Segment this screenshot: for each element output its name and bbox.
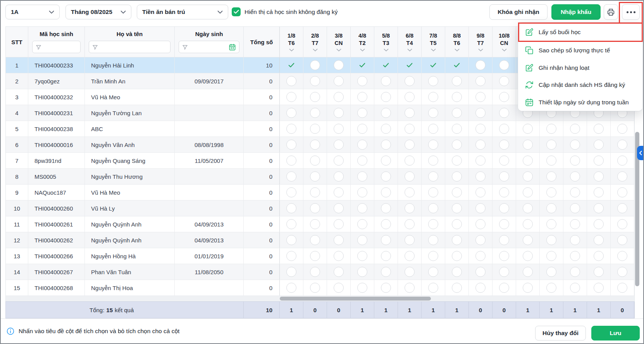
attendance-cell-4-5-8[interactable] — [374, 105, 398, 121]
attendance-cell-3-3-8[interactable] — [327, 89, 351, 105]
attendance-cell-4-4-8[interactable] — [351, 105, 374, 121]
attendance-cell-3-10-8[interactable] — [492, 89, 516, 105]
attendance-cell-12-9-8[interactable] — [469, 232, 492, 248]
attendance-cell-1-4-8[interactable] — [351, 57, 374, 73]
attendance-cell-13-8-8[interactable] — [445, 248, 469, 264]
attendance-cell-7-6-8[interactable] — [398, 153, 422, 168]
attendance-cell-6-12-8[interactable] — [540, 137, 563, 152]
attendance-cell-7-12-8[interactable] — [540, 153, 563, 168]
attendance-cell-12-7-8[interactable] — [422, 232, 445, 248]
attendance-cell-5-7-8[interactable] — [422, 121, 445, 137]
attendance-cell-7-4-8[interactable] — [351, 153, 374, 168]
menu-item-1[interactable]: Sao chép số lượng thực tế — [518, 42, 642, 59]
attendance-cell-4-2-8[interactable] — [303, 105, 327, 121]
attendance-cell-12-6-8[interactable] — [398, 232, 422, 248]
attendance-cell-12-10-8[interactable] — [492, 232, 516, 248]
attendance-cell-7-14-8[interactable] — [587, 153, 611, 168]
attendance-cell-12-5-8[interactable] — [374, 232, 398, 248]
more-actions-button[interactable] — [622, 4, 640, 20]
attendance-cell-6-6-8[interactable] — [398, 137, 422, 152]
attendance-cell-2-1-8[interactable] — [280, 73, 303, 89]
attendance-cell-9-2-8[interactable] — [303, 185, 327, 200]
attendance-cell-13-5-8[interactable] — [374, 248, 398, 264]
attendance-cell-13-3-8[interactable] — [327, 248, 351, 264]
attendance-cell-14-5-8[interactable] — [374, 264, 398, 280]
attendance-cell-6-4-8[interactable] — [351, 137, 374, 152]
attendance-cell-10-13-8[interactable] — [563, 201, 587, 216]
attendance-cell-11-2-8[interactable] — [303, 216, 327, 232]
attendance-cell-1-3-8[interactable] — [327, 57, 351, 73]
attendance-cell-2-9-8[interactable] — [469, 73, 492, 89]
attendance-cell-13-7-8[interactable] — [422, 248, 445, 264]
attendance-cell-15-6-8[interactable] — [398, 280, 422, 296]
attendance-cell-15-5-8[interactable] — [374, 280, 398, 296]
attendance-cell-7-7-8[interactable] — [422, 153, 445, 168]
date-column-header-9-8[interactable]: 9/8T7 — [469, 27, 492, 57]
attendance-cell-8-14-8[interactable] — [587, 169, 611, 184]
attendance-cell-9-11-8[interactable] — [516, 185, 540, 200]
attendance-cell-6-11-8[interactable] — [516, 137, 540, 152]
attendance-cell-9-8-8[interactable] — [445, 185, 469, 200]
attendance-cell-8-5-8[interactable] — [374, 169, 398, 184]
attendance-cell-1-6-8[interactable] — [398, 57, 422, 73]
attendance-cell-6-2-8[interactable] — [303, 137, 327, 152]
attendance-cell-4-7-8[interactable] — [422, 105, 445, 121]
attendance-cell-1-9-8[interactable] — [469, 57, 492, 73]
attendance-cell-15-2-8[interactable] — [303, 280, 327, 296]
birth-date-filter-input[interactable] — [190, 44, 226, 50]
attendance-cell-10-1-8[interactable] — [280, 201, 303, 216]
attendance-cell-7-5-8[interactable] — [374, 153, 398, 168]
fee-type-select[interactable]: Tiền ăn bán trú — [137, 5, 228, 19]
attendance-cell-7-2-8[interactable] — [303, 153, 327, 168]
attendance-cell-15-12-8[interactable] — [540, 280, 563, 296]
attendance-cell-5-4-8[interactable] — [351, 121, 374, 137]
attendance-cell-7-1-8[interactable] — [280, 153, 303, 168]
attendance-cell-1-8-8[interactable] — [445, 57, 469, 73]
attendance-cell-6-1-8[interactable] — [280, 137, 303, 152]
menu-item-0[interactable]: Lấy số buổi học — [518, 22, 642, 42]
attendance-cell-1-7-8[interactable] — [422, 57, 445, 73]
attendance-cell-8-3-8[interactable] — [327, 169, 351, 184]
attendance-cell-6-13-8[interactable] — [563, 137, 587, 152]
cancel-changes-button[interactable]: Hủy thay đổi — [535, 326, 586, 341]
attendance-cell-13-9-8[interactable] — [469, 248, 492, 264]
menu-item-2[interactable]: Ghi nhận hàng loạt — [518, 59, 642, 77]
attendance-cell-9-7-8[interactable] — [422, 185, 445, 200]
attendance-cell-5-3-8[interactable] — [327, 121, 351, 137]
attendance-cell-15-14-8[interactable] — [587, 280, 611, 296]
attendance-cell-3-6-8[interactable] — [398, 89, 422, 105]
attendance-cell-14-12-8[interactable] — [540, 264, 563, 280]
attendance-cell-15-8-8[interactable] — [445, 280, 469, 296]
attendance-cell-13-15-8[interactable] — [611, 248, 634, 264]
attendance-cell-5-15-8[interactable] — [611, 121, 634, 137]
attendance-cell-11-13-8[interactable] — [563, 216, 587, 232]
full-name-filter[interactable] — [89, 41, 170, 53]
attendance-cell-10-14-8[interactable] — [587, 201, 611, 216]
attendance-cell-13-6-8[interactable] — [398, 248, 422, 264]
menu-item-4[interactable]: Thiết lập ngày sử dụng trong tuần — [518, 94, 642, 111]
attendance-cell-6-5-8[interactable] — [374, 137, 398, 152]
lock-record-button[interactable]: Khóa ghi nhận — [489, 4, 548, 20]
date-column-header-5-8[interactable]: 5/8T3 — [374, 27, 398, 57]
attendance-cell-4-10-8[interactable] — [492, 105, 516, 121]
attendance-cell-14-4-8[interactable] — [351, 264, 374, 280]
attendance-cell-14-10-8[interactable] — [492, 264, 516, 280]
full-name-filter-input[interactable] — [100, 44, 167, 50]
attendance-cell-12-2-8[interactable] — [303, 232, 327, 248]
date-column-header-1-8[interactable]: 1/8T6 — [280, 27, 303, 57]
date-column-header-3-8[interactable]: 3/8CN — [327, 27, 351, 57]
attendance-cell-11-10-8[interactable] — [492, 216, 516, 232]
print-button[interactable] — [604, 4, 618, 20]
attendance-cell-12-13-8[interactable] — [563, 232, 587, 248]
attendance-cell-10-11-8[interactable] — [516, 201, 540, 216]
attendance-cell-11-14-8[interactable] — [587, 216, 611, 232]
attendance-cell-3-5-8[interactable] — [374, 89, 398, 105]
attendance-cell-15-15-8[interactable] — [611, 280, 634, 296]
attendance-cell-14-13-8[interactable] — [563, 264, 587, 280]
attendance-cell-10-10-8[interactable] — [492, 201, 516, 216]
attendance-cell-10-3-8[interactable] — [327, 201, 351, 216]
attendance-cell-13-10-8[interactable] — [492, 248, 516, 264]
attendance-cell-11-5-8[interactable] — [374, 216, 398, 232]
date-column-header-2-8[interactable]: 2/8T7 — [303, 27, 327, 57]
attendance-cell-2-8-8[interactable] — [445, 73, 469, 89]
